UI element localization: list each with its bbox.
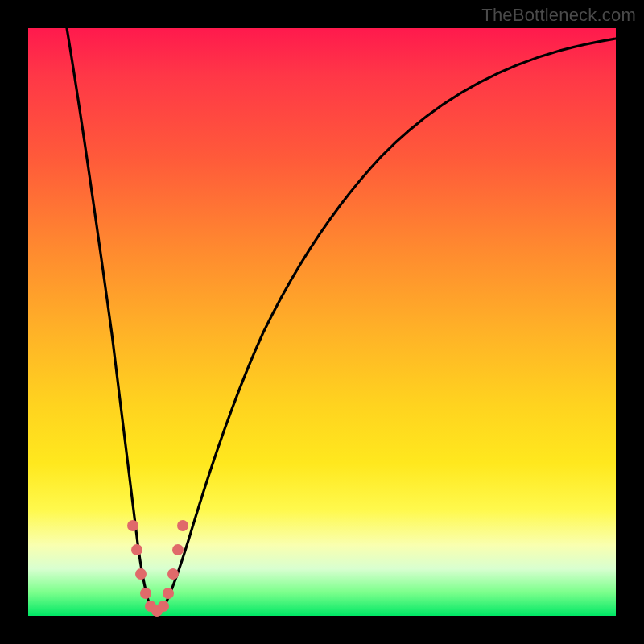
svg-point-6 [158,601,169,612]
svg-point-3 [140,588,151,599]
svg-point-8 [167,568,179,580]
watermark-text: TheBottleneck.com [481,5,636,26]
svg-point-0 [127,520,138,531]
chart-frame: TheBottleneck.com [0,0,644,644]
svg-point-10 [177,520,188,531]
svg-point-7 [163,588,174,599]
svg-point-2 [135,568,147,580]
curve-layer [28,28,616,616]
svg-point-9 [172,544,184,555]
curve-path [67,28,616,611]
plot-area [28,28,616,616]
svg-point-1 [131,544,142,555]
bottleneck-curve [67,28,616,611]
